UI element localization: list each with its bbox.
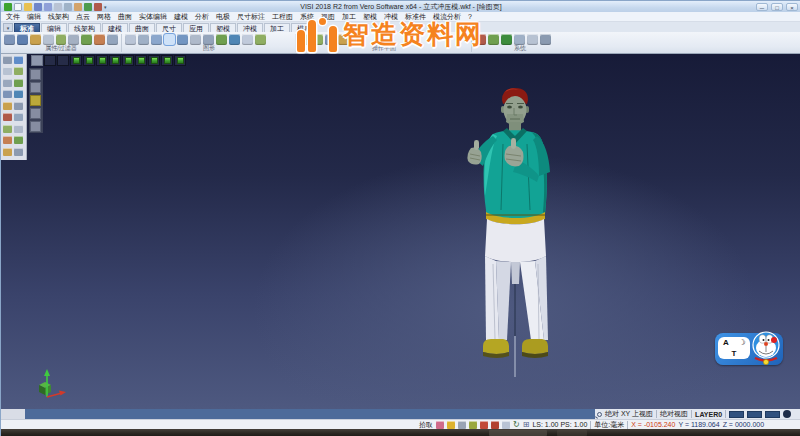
view-iso-4-icon[interactable] bbox=[109, 55, 121, 66]
menu-item-modeling[interactable]: 建模 bbox=[174, 12, 188, 22]
panel-tool-icon[interactable] bbox=[14, 125, 23, 133]
taskbar-item[interactable] bbox=[489, 430, 547, 436]
view-top-icon[interactable] bbox=[122, 55, 134, 66]
view-front-icon[interactable] bbox=[44, 55, 56, 66]
minimize-button[interactable]: ─ bbox=[756, 3, 768, 11]
panel-tool-icon[interactable] bbox=[3, 102, 12, 110]
taskbar-item[interactable] bbox=[557, 430, 587, 436]
save-all-icon[interactable] bbox=[44, 3, 52, 11]
view-iso-1-icon[interactable] bbox=[70, 55, 82, 66]
view-left-icon[interactable] bbox=[148, 55, 160, 66]
tab-overflow-dropdown-icon[interactable]: ▾ bbox=[3, 23, 13, 32]
status-options-icon[interactable] bbox=[783, 410, 791, 418]
magnifier-icon[interactable] bbox=[597, 412, 602, 417]
panel-tool-icon[interactable] bbox=[14, 113, 23, 121]
view-selector[interactable]: 绝对视图 bbox=[660, 409, 688, 419]
view-back-icon[interactable] bbox=[57, 55, 69, 66]
snap-tangent-icon[interactable] bbox=[491, 421, 499, 429]
customize-quick-access-icon[interactable]: ▾ bbox=[104, 4, 107, 10]
undo-icon[interactable] bbox=[84, 3, 92, 11]
viewport-3d[interactable]: A ☽ T bbox=[1, 54, 800, 409]
menu-item-system[interactable]: 系统 bbox=[300, 12, 314, 22]
tab-wireframe[interactable]: 线架构 bbox=[68, 23, 101, 32]
save-icon[interactable] bbox=[34, 3, 42, 11]
maximize-button[interactable]: □ bbox=[771, 3, 783, 11]
panel-tool-icon[interactable] bbox=[3, 67, 12, 75]
menu-item-flow-analysis[interactable]: 模流分析 bbox=[433, 12, 461, 22]
layer-selector[interactable]: LAYER0 bbox=[695, 411, 722, 418]
snap-point-icon[interactable] bbox=[436, 421, 444, 429]
menu-item-solid-edit[interactable]: 实体编辑 bbox=[139, 12, 167, 22]
menu-item-help[interactable]: ? bbox=[468, 13, 472, 20]
panel-tool-icon[interactable] bbox=[3, 79, 12, 87]
tab-machining[interactable]: 加工 bbox=[264, 23, 290, 32]
thickness-swatch-button[interactable] bbox=[765, 411, 780, 418]
menu-item-drawing[interactable]: 工程图 bbox=[272, 12, 293, 22]
panel-tool-icon[interactable] bbox=[3, 148, 12, 156]
snap-intersect-icon[interactable] bbox=[480, 421, 488, 429]
panel-tool-icon[interactable] bbox=[14, 90, 23, 98]
snap-center-icon[interactable] bbox=[458, 421, 466, 429]
menu-item-view[interactable]: 视图 bbox=[321, 12, 335, 22]
mannequin-model[interactable] bbox=[453, 84, 578, 379]
note-tool-icon[interactable] bbox=[30, 121, 41, 132]
grid-tool-icon[interactable] bbox=[30, 82, 41, 93]
open-file-icon[interactable] bbox=[24, 3, 32, 11]
panel-tool-icon[interactable] bbox=[3, 90, 12, 98]
ime-lang-button[interactable]: A bbox=[723, 338, 729, 347]
view-bottom-icon[interactable] bbox=[135, 55, 147, 66]
menu-item-machining[interactable]: 加工 bbox=[342, 12, 356, 22]
view-right-icon[interactable] bbox=[161, 55, 173, 66]
redo-icon[interactable] bbox=[94, 3, 102, 11]
copy-icon[interactable] bbox=[74, 3, 82, 11]
view-axono-icon[interactable] bbox=[174, 55, 186, 66]
ime-text-button[interactable]: T bbox=[732, 349, 737, 358]
panel-tool-icon[interactable] bbox=[3, 125, 12, 133]
tab-edit[interactable]: 编辑 bbox=[41, 23, 67, 32]
active-mode-icon[interactable] bbox=[30, 95, 41, 106]
panel-tool-icon[interactable] bbox=[3, 113, 12, 121]
view-toggle-icon[interactable] bbox=[31, 55, 43, 66]
snap-quad-icon[interactable] bbox=[469, 421, 477, 429]
panel-tool-icon[interactable] bbox=[14, 79, 23, 87]
workplane-selector[interactable]: 绝对 XY 上视图 bbox=[605, 409, 653, 419]
view-iso-3-icon[interactable] bbox=[96, 55, 108, 66]
snap-tool-icon[interactable] bbox=[30, 69, 41, 80]
new-file-icon[interactable] bbox=[14, 3, 22, 11]
tab-application[interactable]: 应用 bbox=[183, 23, 209, 32]
tab-surface[interactable]: 曲面 bbox=[129, 23, 155, 32]
linetype-swatch-button[interactable] bbox=[747, 411, 762, 418]
print-icon[interactable] bbox=[54, 3, 62, 11]
pick-mode-label[interactable]: 拾取 bbox=[419, 420, 433, 430]
view-iso-2-icon[interactable] bbox=[83, 55, 95, 66]
print-preview-icon[interactable] bbox=[64, 3, 72, 11]
menu-item-mesh[interactable]: 网格 bbox=[97, 12, 111, 22]
refresh-status-icon[interactable]: ↻ bbox=[513, 421, 520, 429]
ime-moon-icon[interactable]: ☽ bbox=[738, 338, 745, 347]
panel-tool-icon[interactable] bbox=[14, 56, 23, 64]
tab-mould[interactable]: 塑模 bbox=[210, 23, 236, 32]
panel-tool-icon[interactable] bbox=[3, 136, 12, 144]
panel-tool-icon[interactable] bbox=[14, 148, 23, 156]
menu-item-electrode[interactable]: 电极 bbox=[216, 12, 230, 22]
panel-tool-icon[interactable] bbox=[14, 67, 23, 75]
color-swatch-button[interactable] bbox=[729, 411, 744, 418]
menu-item-dimension[interactable]: 尺寸标注 bbox=[237, 12, 265, 22]
menu-item-file[interactable]: 文件 bbox=[6, 12, 20, 22]
panel-tool-icon[interactable] bbox=[3, 56, 12, 64]
panel-tool-icon[interactable] bbox=[14, 102, 23, 110]
tab-dimension[interactable]: 尺寸 bbox=[156, 23, 182, 32]
menu-item-progress[interactable]: 冲模 bbox=[384, 12, 398, 22]
measure-tool-icon[interactable] bbox=[30, 108, 41, 119]
tab-tooling[interactable]: 模具 bbox=[291, 23, 317, 32]
grid-status-icon[interactable]: ⊞ bbox=[523, 421, 530, 429]
tab-progress[interactable]: 冲模 bbox=[237, 23, 263, 32]
menu-item-edit[interactable]: 编辑 bbox=[27, 12, 41, 22]
tab-modeling[interactable]: 建模 bbox=[102, 23, 128, 32]
ime-toolbar[interactable]: A ☽ T bbox=[718, 337, 750, 359]
panel-tool-icon[interactable] bbox=[14, 136, 23, 144]
input-method-widget[interactable]: A ☽ T bbox=[715, 329, 783, 369]
menu-item-mould[interactable]: 塑模 bbox=[363, 12, 377, 22]
menu-item-standard-parts[interactable]: 标准件 bbox=[405, 12, 426, 22]
snap-mid-icon[interactable] bbox=[447, 421, 455, 429]
